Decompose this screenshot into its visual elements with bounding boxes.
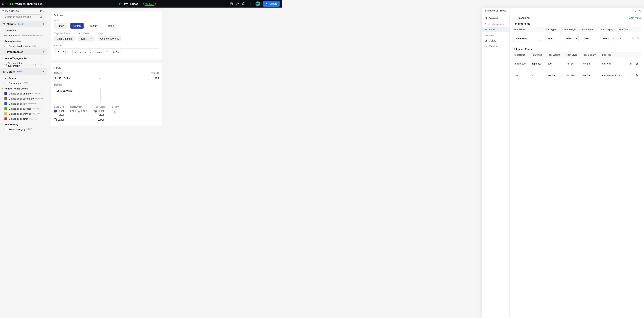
group-my-colors[interactable]: ▾My Colors <box>0 75 47 80</box>
project-name[interactable]: My Project <box>124 2 138 6</box>
svg-point-1 <box>237 3 238 4</box>
search-field[interactable] <box>5 16 39 18</box>
split-button[interactable]: Split ▼ <box>78 36 94 42</box>
textarea-input[interactable] <box>54 88 100 102</box>
color-swatch <box>4 107 7 110</box>
ruler-icon: ⟼ <box>4 34 7 37</box>
category-colors[interactable]: ◐ColorsLight + <box>0 68 47 75</box>
color-item[interactable]: $kendo-color-warning#ffc000 <box>0 111 47 116</box>
align-left-icon[interactable]: ≡ <box>72 50 78 54</box>
section-title: Inputs <box>54 66 159 69</box>
bold-button[interactable]: B <box>56 50 61 54</box>
category-metrics[interactable]: ⊟MetricsSmall + <box>0 21 47 27</box>
metrics-icon: ⊟ <box>2 23 6 26</box>
radio-option[interactable]: Label <box>94 118 106 121</box>
section-buttons: Buttons Button Button Button Button Butt… <box>51 11 162 60</box>
svg-point-3 <box>244 4 244 4</box>
align-center-icon[interactable]: ≡ <box>78 50 83 54</box>
svg-point-5 <box>40 16 42 18</box>
align-right-icon[interactable]: ≡ <box>83 50 88 54</box>
color-swatch <box>4 92 7 95</box>
metrics-label: Metrics <box>7 23 16 26</box>
search-input[interactable] <box>2 14 44 19</box>
svg-point-0 <box>231 4 232 4</box>
cut-button[interactable]: ✂ Cut <box>112 50 121 54</box>
palette-icon: ◐ <box>2 70 6 73</box>
chevron-down-icon[interactable]: ▼ <box>89 36 94 42</box>
button-flat[interactable]: Button <box>54 23 67 28</box>
color-swatch <box>4 117 7 120</box>
numeric-input[interactable] <box>148 76 159 81</box>
metric-item[interactable]: ⟼ $kendo-border-radius 2px <box>0 44 47 48</box>
export-label: Export <box>270 2 277 5</box>
sidebar: THEME STYLES ⊟MetricsSmall + ▾My Metrics… <box>0 8 47 138</box>
add-user-icon[interactable] <box>236 2 239 6</box>
textbox-input[interactable] <box>54 76 97 81</box>
typography-icon: T <box>2 50 6 53</box>
section-inputs: Inputs TextBox ✕ Numeric TextArea <box>51 63 162 126</box>
toolbar: B I U ≡ ≡ ≡ ≡ Insert ▼ ✂ Cut <box>54 48 159 56</box>
color-swatch <box>4 128 7 131</box>
help-icon[interactable] <box>242 2 245 6</box>
clear-icon[interactable]: ✕ <box>98 77 100 80</box>
color-item[interactable]: $kendo-color-primary#2627c5ff <box>0 91 47 96</box>
search-icon <box>39 16 42 18</box>
group-kendo-metrics[interactable]: ▾Kendo Metrics <box>0 38 47 44</box>
group-my-metrics[interactable]: ▾My Metrics <box>0 27 47 33</box>
contrast-toggle-icon[interactable] <box>39 10 44 12</box>
color-item[interactable]: $kendo-color-success#37b400 <box>0 106 47 111</box>
color-swatch <box>4 97 7 100</box>
button-link[interactable]: Button <box>104 23 116 28</box>
group-kendo-body[interactable]: ▾Kendo Body <box>0 121 47 127</box>
dropdown-button[interactable]: User Settings <box>54 36 75 42</box>
checkbox-unchecked[interactable]: Label <box>54 114 64 117</box>
slider-prev-icon[interactable]: ◀ <box>112 110 116 114</box>
color-swatch <box>4 102 7 105</box>
checkbox-indeterminate[interactable]: −Label <box>54 118 64 121</box>
add-typography-icon[interactable]: + <box>42 50 44 54</box>
project-chevron-icon[interactable] <box>140 3 142 5</box>
color-item[interactable]: $background #ffffff <box>0 80 47 86</box>
color-swatch <box>4 82 7 84</box>
insert-button[interactable]: Insert <box>95 50 104 54</box>
button-solid[interactable]: Button <box>70 23 84 28</box>
chevron-down-icon[interactable]: ▼ <box>104 50 110 54</box>
checkbox-checked[interactable]: ✓Label <box>54 110 64 112</box>
color-item[interactable]: $kendo-color-error#f31700 <box>0 116 47 121</box>
radio-option[interactable]: Label <box>94 110 106 112</box>
group-kendo-typographies[interactable]: ▾Kendo Typographies <box>0 55 47 61</box>
release-badge: R3 2023 <box>144 2 156 6</box>
color-item[interactable]: $kendo-color-info#0058e9 <box>0 101 47 106</box>
typography-item[interactable]: Ag $kendo-default-typography 14px/1.42… <box>0 61 47 68</box>
button-outline[interactable]: Button <box>87 23 100 28</box>
ruler-icon: ⟼ <box>4 44 7 48</box>
ag-icon: Ag <box>4 63 7 66</box>
topbar: ▮▮ Progress ThemeBuilder™ My Project R3 … <box>0 0 282 8</box>
preview-canvas: Buttons Button Button Button Button Butt… <box>47 8 282 138</box>
italic-button[interactable]: I <box>61 50 66 54</box>
add-metric-icon[interactable]: + <box>42 22 44 26</box>
sidebar-title: THEME STYLES <box>2 10 19 12</box>
home-icon[interactable] <box>2 2 6 6</box>
add-color-icon[interactable]: + <box>42 70 44 74</box>
settings-icon[interactable] <box>230 2 233 6</box>
chip[interactable]: Chip component <box>98 36 121 41</box>
underline-button[interactable]: U <box>66 50 71 54</box>
section-title: Buttons <box>54 14 159 17</box>
color-item[interactable]: $kendo-body-bg#ffffff <box>0 127 47 132</box>
logo: ▮▮ Progress ThemeBuilder™ <box>10 2 45 6</box>
export-button[interactable]: Export <box>263 1 280 7</box>
color-item[interactable]: $kendo-color-secondary#666666 <box>0 96 47 101</box>
align-justify-icon[interactable]: ≡ <box>88 50 93 54</box>
radio-option[interactable]: LabelLabel <box>70 110 88 112</box>
metric-item[interactable]: ⟼ $generic-fs $kendo-border-radius <box>0 33 47 38</box>
group-kendo-theme-colors[interactable]: ▾Kendo Theme Colors <box>0 86 47 91</box>
cloud-saved-icon <box>119 2 122 6</box>
progress-mark-icon: ▮▮ <box>10 2 13 6</box>
color-swatch <box>4 112 7 115</box>
avatar[interactable]: RK <box>256 2 260 6</box>
radio-option[interactable]: Label <box>94 114 106 117</box>
metrics-tag: Small <box>17 23 24 26</box>
category-typographies[interactable]: TTypographies + <box>0 48 47 55</box>
